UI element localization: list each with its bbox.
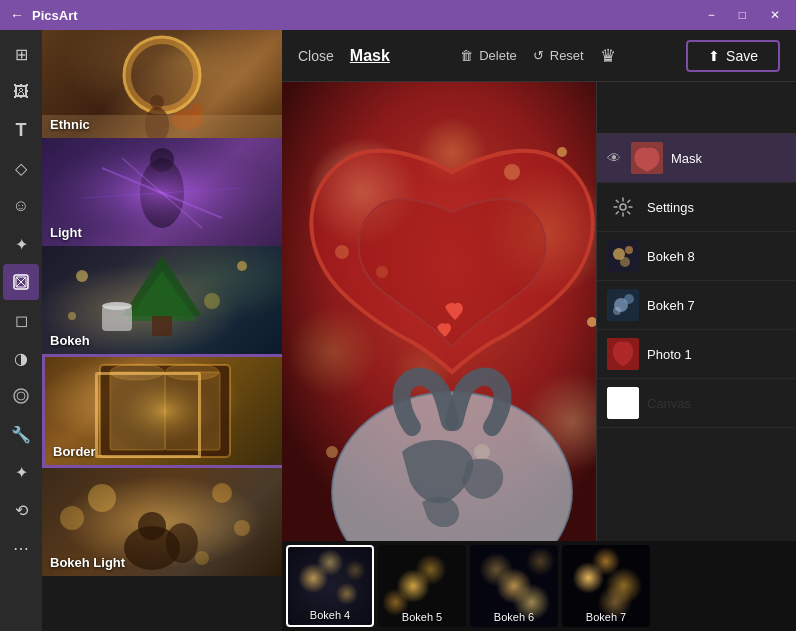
layer-settings[interactable]: Settings xyxy=(597,183,796,232)
toolbar-photo-btn[interactable]: 🖼 xyxy=(3,74,39,110)
svg-point-64 xyxy=(620,257,630,267)
svg-point-67 xyxy=(624,294,634,304)
svg-rect-34 xyxy=(100,365,230,457)
film-bokeh5-label: Bokeh 5 xyxy=(378,611,466,623)
category-bokehlight[interactable]: Bokeh Light xyxy=(42,468,282,576)
window-controls: − □ ✕ xyxy=(702,6,786,24)
layer-bokeh7-name: Bokeh 7 xyxy=(647,298,695,313)
toolbar-magic-btn[interactable]: ✦ xyxy=(3,454,39,490)
film-bokeh4[interactable]: Bokeh 4 xyxy=(286,545,374,627)
canvas-image xyxy=(282,82,596,541)
filmstrip: Bokeh 4 Bokeh 5 Bokeh 6 Bokeh 7 xyxy=(282,541,796,631)
svg-point-37 xyxy=(166,523,198,563)
category-ethnic[interactable]: Ethnic xyxy=(42,30,282,138)
svg-point-41 xyxy=(60,506,84,530)
film-bokeh4-label: Bokeh 4 xyxy=(288,609,372,621)
category-bokehlight-label: Bokeh Light xyxy=(50,555,125,570)
film-bokeh5[interactable]: Bokeh 5 xyxy=(378,545,466,627)
layer-photo1-name: Photo 1 xyxy=(647,347,692,362)
layer-bokeh7[interactable]: Bokeh 7 xyxy=(597,281,796,330)
category-border[interactable]: Border xyxy=(42,354,282,468)
svg-point-40 xyxy=(234,520,250,536)
layer-thumb-canvas xyxy=(607,387,639,419)
crown-icon: ♛ xyxy=(600,45,616,67)
film-bokeh6[interactable]: Bokeh 6 xyxy=(470,545,558,627)
app-body: ⊞ 🖼 T ◇ ☺ ✦ ◻ ◑ 🔧 ✦ ⟲ ⋯ xyxy=(0,30,796,631)
toolbar-sticker-btn[interactable]: ☺ xyxy=(3,188,39,224)
layer-photo1[interactable]: Photo 1 xyxy=(597,330,796,379)
right-panel: 👁 Mask xyxy=(596,82,796,541)
toolbar-transform-btn[interactable]: ⟲ xyxy=(3,492,39,528)
svg-point-39 xyxy=(212,483,232,503)
layer-canvas[interactable]: Canvas xyxy=(597,379,796,428)
close-editor-button[interactable]: Close xyxy=(298,48,334,64)
svg-point-24 xyxy=(102,302,132,310)
svg-point-56 xyxy=(326,446,338,458)
reset-icon: ↺ xyxy=(533,48,544,63)
category-light-label: Light xyxy=(50,225,82,240)
film-bokeh6-label: Bokeh 6 xyxy=(470,611,558,623)
toolbar-draw-btn[interactable] xyxy=(3,264,39,300)
layer-mask[interactable]: 👁 Mask xyxy=(597,134,796,183)
left-toolbar: ⊞ 🖼 T ◇ ☺ ✦ ◻ ◑ 🔧 ✦ ⟲ ⋯ xyxy=(0,30,42,631)
svg-point-28 xyxy=(68,312,76,320)
toolbar-shape-btn[interactable]: ◇ xyxy=(3,150,39,186)
category-light[interactable]: Light xyxy=(42,138,282,246)
svg-point-54 xyxy=(557,147,567,157)
toolbar-color-btn[interactable] xyxy=(3,378,39,414)
layer-settings-name: Settings xyxy=(647,200,694,215)
category-bokeh-label: Bokeh xyxy=(50,333,90,348)
layer-thumb-photo1 xyxy=(607,338,639,370)
layer-bokeh8[interactable]: Bokeh 8 xyxy=(597,232,796,281)
back-button[interactable]: ← xyxy=(10,7,24,23)
toolbar-tools-btn[interactable]: 🔧 xyxy=(3,416,39,452)
layer-mask-name: Mask xyxy=(671,151,702,166)
minimize-button[interactable]: − xyxy=(702,6,721,24)
svg-rect-30 xyxy=(110,372,165,450)
title-bar: ← PicsArt − □ ✕ xyxy=(0,0,796,30)
maximize-button[interactable]: □ xyxy=(733,6,752,24)
svg-point-68 xyxy=(613,307,621,315)
toolbar-erase-btn[interactable]: ◻ xyxy=(3,302,39,338)
export-icon: ⬆ xyxy=(708,48,720,64)
svg-point-46 xyxy=(287,307,377,397)
svg-point-10 xyxy=(150,95,164,109)
reset-action[interactable]: ↺ Reset xyxy=(533,48,584,63)
category-bokeh[interactable]: Bokeh xyxy=(42,246,282,354)
svg-point-12 xyxy=(190,103,204,117)
category-ethnic-label: Ethnic xyxy=(50,117,90,132)
canvas-area xyxy=(282,82,596,541)
film-bokeh7[interactable]: Bokeh 7 xyxy=(562,545,650,627)
layer-bokeh8-name: Bokeh 8 xyxy=(647,249,695,264)
svg-point-63 xyxy=(625,246,633,254)
settings-icon xyxy=(607,191,639,223)
app-title: PicsArt xyxy=(32,8,78,23)
film-bokeh7-label: Bokeh 7 xyxy=(562,611,650,623)
svg-point-36 xyxy=(138,512,166,540)
layer-thumb-bokeh7 xyxy=(607,289,639,321)
svg-point-42 xyxy=(195,551,209,565)
category-border-label: Border xyxy=(53,444,96,459)
svg-point-27 xyxy=(204,293,220,309)
layer-thumb-bokeh8 xyxy=(607,240,639,272)
eye-icon[interactable]: 👁 xyxy=(607,150,621,166)
layer-canvas-name: Canvas xyxy=(647,396,691,411)
save-button[interactable]: ⬆ Save xyxy=(686,40,780,72)
toolbar-grid-btn[interactable]: ⊞ xyxy=(3,36,39,72)
mask-title[interactable]: Mask xyxy=(350,47,390,65)
delete-icon: 🗑 xyxy=(460,48,473,63)
toolbar-extra-btn[interactable]: ⋯ xyxy=(3,530,39,566)
toolbar-effects-btn[interactable]: ✦ xyxy=(3,226,39,262)
svg-point-5 xyxy=(17,392,25,400)
toolbar-adjust-btn[interactable]: ◑ xyxy=(3,340,39,376)
svg-point-26 xyxy=(237,261,247,271)
top-toolbar: Close Mask 🗑 Delete ↺ Reset ♛ ⬆ Save xyxy=(282,30,796,82)
svg-point-4 xyxy=(14,389,28,403)
svg-point-25 xyxy=(76,270,88,282)
close-window-button[interactable]: ✕ xyxy=(764,6,786,24)
svg-point-38 xyxy=(88,484,116,512)
svg-rect-70 xyxy=(607,387,639,419)
categories-panel: Ethnic xyxy=(42,30,282,631)
toolbar-text-btn[interactable]: T xyxy=(3,112,39,148)
delete-action[interactable]: 🗑 Delete xyxy=(460,48,517,63)
